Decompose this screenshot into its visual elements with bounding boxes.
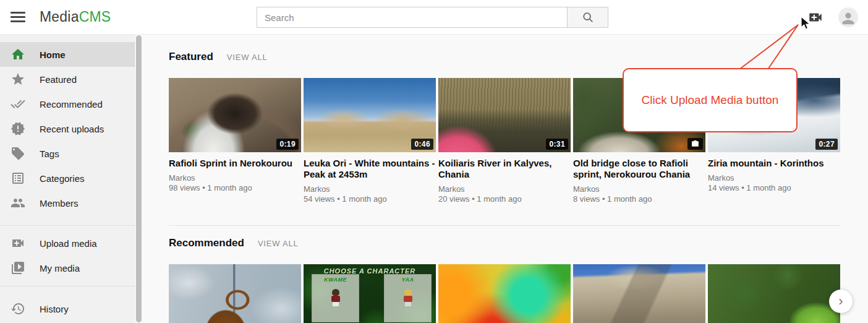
user-avatar[interactable] (838, 7, 858, 27)
media-author[interactable]: Markos (169, 173, 301, 183)
thumbnail-game-name: YAA (385, 277, 431, 283)
video-call-icon (11, 236, 25, 251)
media-card[interactable]: 0:46 Leuka Ori - White mountains - Peak … (304, 78, 436, 204)
sidebar-item-label: My media (40, 263, 80, 273)
media-title[interactable]: Old bridge close to Rafioli sprint, Nero… (573, 158, 705, 180)
sidebar-item-members[interactable]: Members (0, 191, 135, 215)
person-icon (840, 10, 857, 27)
tutorial-callout-text: Click Upload Media button (642, 93, 779, 107)
media-card[interactable] (169, 264, 301, 323)
media-meta: 54 views • 1 month ago (304, 194, 436, 204)
camera-icon (691, 140, 699, 148)
duration-badge: 0:46 (411, 139, 433, 150)
search-input[interactable] (257, 7, 567, 28)
featured-view-all-link[interactable]: VIEW ALL (227, 53, 268, 62)
sidebar-item-label: Home (40, 50, 66, 60)
duration-badge: 0:19 (276, 139, 299, 150)
sidebar-item-upload-media[interactable]: Upload media (0, 231, 135, 256)
recommended-section: Recommended VIEW ALL CHOOSE A CHARACTER … (169, 237, 840, 323)
logo-media-text: Media (40, 9, 79, 25)
sidebar-item-recent-uploads[interactable]: Recent uploads (0, 116, 135, 141)
search-button[interactable] (567, 7, 608, 28)
home-icon (11, 47, 25, 62)
thumbnail-game-character (330, 289, 341, 306)
media-thumbnail[interactable]: 0:46 (304, 78, 436, 152)
media-card[interactable]: 0:31 Koiliaris River in Kalyves, Chania … (438, 78, 571, 204)
media-thumbnail[interactable] (438, 264, 571, 323)
media-author[interactable]: Markos (573, 184, 705, 194)
duration-badge: 0:27 (815, 139, 838, 150)
sidebar-item-label: History (40, 304, 69, 314)
sidebar-item-label: Upload media (40, 238, 97, 249)
thumbnail-game-panel: KWAME (312, 274, 359, 322)
media-author[interactable]: Markos (304, 184, 436, 194)
carousel-next-button[interactable]: › (829, 290, 853, 313)
sidebar-item-label: Tags (40, 149, 59, 159)
mouse-cursor (800, 16, 814, 31)
sidebar-item-label: Recommended (40, 99, 103, 110)
thumbnail-game-name: KWAME (312, 277, 359, 283)
featured-section-title: Featured (169, 51, 213, 63)
sidebar-item-label: Categories (40, 173, 85, 184)
media-author[interactable]: Markos (438, 184, 571, 194)
sidebar-item-featured[interactable]: Featured (0, 67, 135, 92)
media-title[interactable]: Rafioli Sprint in Nerokourou (169, 158, 301, 169)
media-card[interactable]: CHOOSE A CHARACTER KWAME YAA (304, 264, 436, 323)
sidebar-item-home[interactable]: Home (0, 42, 135, 67)
media-meta: 20 views • 1 month ago (438, 194, 571, 204)
sidebar-item-history[interactable]: History (0, 296, 135, 321)
star-icon (11, 72, 25, 87)
members-icon (11, 196, 25, 210)
sidebar-item-label: Members (40, 198, 79, 209)
media-meta: 8 views • 1 month ago (573, 194, 705, 204)
media-card[interactable] (438, 264, 571, 323)
media-author[interactable]: Markos (708, 173, 840, 183)
sidebar-item-recommended[interactable]: Recommended (0, 92, 135, 116)
logo[interactable]: MediaCMS (40, 9, 111, 25)
sidebar-item-categories[interactable]: Categories (0, 166, 135, 191)
media-thumbnail[interactable]: 0:19 (169, 78, 301, 152)
photo-camera-badge (687, 138, 703, 150)
media-title[interactable]: Koiliaris River in Kalyves, Chania (438, 158, 571, 180)
tutorial-callout: Click Upload Media button (623, 68, 798, 132)
media-card[interactable] (573, 264, 705, 323)
section-divider (169, 225, 840, 226)
thumbnail-game-character (402, 289, 414, 306)
media-meta: 14 views • 1 month ago (708, 183, 840, 193)
thumbnail-game-panel: YAA (384, 274, 432, 322)
sidebar: Home Featured Recommended Recent uploads (0, 35, 142, 323)
sidebar-item-label: Featured (40, 74, 77, 85)
media-card[interactable] (708, 264, 840, 323)
media-title[interactable]: Leuka Ori - White mountains - Peak at 24… (304, 158, 436, 180)
media-title[interactable]: Ziria mountain - Korinthos (708, 158, 840, 169)
history-icon (11, 301, 25, 316)
logo-cms-text: CMS (79, 9, 111, 25)
media-meta: 98 views • 1 month ago (169, 183, 301, 193)
media-card[interactable]: 0:19 Rafioli Sprint in Nerokourou Markos… (169, 78, 301, 204)
sidebar-item-tags[interactable]: Tags (0, 141, 135, 166)
media-thumbnail[interactable] (708, 264, 840, 323)
media-thumbnail[interactable]: CHOOSE A CHARACTER KWAME YAA (304, 264, 436, 323)
media-thumbnail[interactable] (169, 264, 301, 323)
tag-icon (11, 146, 25, 161)
video-library-icon (11, 261, 25, 275)
search-icon (582, 11, 594, 24)
sidebar-item-label: Recent uploads (40, 124, 104, 134)
sidebar-scrollbar-thumb[interactable] (136, 35, 142, 322)
sidebar-scrollbar[interactable] (135, 35, 142, 323)
search-bar (257, 7, 608, 28)
duration-badge: 0:31 (546, 139, 568, 150)
media-thumbnail[interactable]: 0:31 (438, 78, 571, 152)
recommended-view-all-link[interactable]: VIEW ALL (258, 239, 299, 248)
callout-pointer (730, 20, 810, 73)
new-releases-icon (11, 121, 25, 136)
chevron-right-icon: › (838, 295, 843, 308)
double-check-icon (11, 97, 25, 111)
media-thumbnail[interactable] (573, 264, 705, 323)
categories-icon (11, 171, 25, 186)
recommended-section-title: Recommended (169, 237, 244, 249)
hamburger-menu-icon[interactable] (11, 9, 25, 25)
sidebar-item-my-media[interactable]: My media (0, 256, 135, 280)
